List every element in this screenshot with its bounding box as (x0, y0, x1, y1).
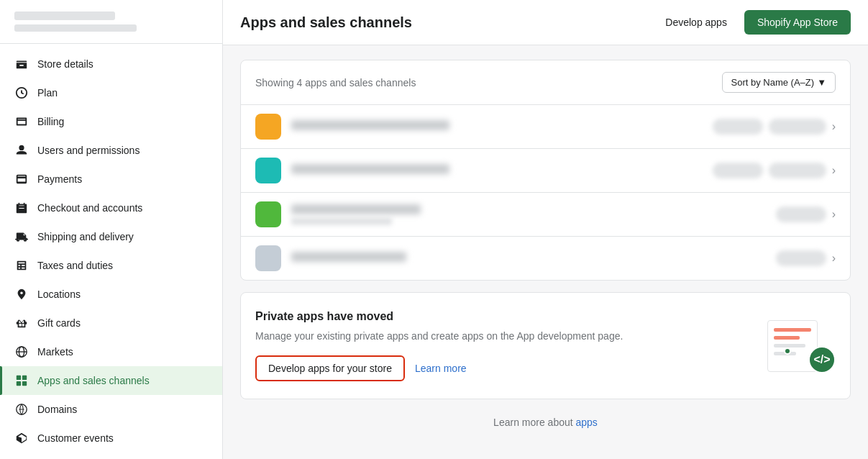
svg-rect-5 (17, 381, 21, 386)
app-name-2 (291, 164, 449, 174)
app-row[interactable]: › (241, 105, 850, 149)
private-apps-card: Private apps have moved Manage your exis… (240, 292, 851, 399)
app-actions-1: › (713, 119, 836, 135)
shopify-app-store-button[interactable]: Shopify App Store (744, 10, 851, 35)
users-icon (14, 143, 29, 158)
develop-store-button[interactable]: Develop apps for your store (255, 355, 405, 381)
app-info-1 (291, 120, 703, 133)
sidebar-label-taxes: Taxes and duties (37, 260, 113, 271)
private-apps-actions: Develop apps for your store Learn more (255, 355, 735, 381)
app-icon-3 (255, 201, 281, 227)
showing-count: Showing 4 apps and sales channels (255, 77, 416, 88)
shipping-icon (14, 230, 29, 244)
sidebar-item-domains[interactable]: Domains (0, 395, 222, 424)
sidebar-label-payments: Payments (37, 173, 82, 185)
store-icon (14, 57, 29, 71)
sidebar-item-locations[interactable]: Locations (0, 280, 222, 309)
sidebar-item-shipping[interactable]: Shipping and delivery (0, 222, 222, 251)
app-row[interactable]: › (241, 193, 850, 237)
svg-rect-3 (17, 376, 21, 380)
develop-apps-button[interactable]: Develop apps (657, 11, 736, 34)
sidebar-item-checkout[interactable]: Checkout and accounts (0, 194, 222, 222)
sidebar-label-shipping: Shipping and delivery (37, 231, 134, 242)
gift-icon (14, 316, 29, 330)
private-apps-content: Private apps have moved Manage your exis… (255, 310, 735, 381)
app-actions-3: › (776, 206, 836, 222)
sort-dropdown[interactable]: Sort by Name (A–Z) ▼ (722, 72, 836, 93)
store-info (0, 0, 222, 44)
doc-line-1 (774, 328, 811, 332)
sidebar-item-markets[interactable]: Markets (0, 337, 222, 366)
sidebar-label-plan: Plan (37, 87, 58, 99)
sidebar-item-store-details[interactable]: Store details (0, 50, 222, 78)
sidebar-item-payments[interactable]: Payments (0, 165, 222, 194)
illustration-connector-dot (784, 347, 791, 355)
app-row[interactable]: › (241, 149, 850, 193)
sidebar-label-checkout: Checkout and accounts (37, 202, 142, 214)
doc-line-3 (774, 344, 805, 347)
sidebar-label-events: Customer events (37, 432, 114, 444)
app-row[interactable]: › (241, 237, 850, 280)
app-icon-1 (255, 114, 281, 140)
apps-list-card: Showing 4 apps and sales channels Sort b… (240, 60, 851, 281)
app-actions-2: › (713, 163, 836, 178)
private-apps-description: Manage your existing private apps and cr… (255, 329, 735, 344)
private-apps-illustration: </> (749, 317, 836, 375)
sidebar-label-locations: Locations (37, 288, 81, 300)
app-chevron-icon-4[interactable]: › (832, 252, 836, 265)
store-name (14, 12, 115, 20)
sort-chevron-icon: ▼ (817, 77, 826, 88)
svg-rect-6 (22, 381, 27, 386)
app-info-4 (291, 252, 766, 265)
sidebar-item-plan[interactable]: Plan (0, 78, 222, 107)
footer-apps-link[interactable]: apps (576, 417, 598, 428)
app-tag2-2 (769, 163, 826, 178)
header-actions: Develop apps Shopify App Store (657, 10, 851, 35)
app-actions-4: › (776, 250, 836, 266)
sidebar-item-billing[interactable]: Billing (0, 107, 222, 136)
events-icon (14, 431, 29, 445)
sidebar-label-billing: Billing (37, 116, 64, 127)
page-title: Apps and sales channels (240, 14, 412, 31)
domains-icon (14, 402, 29, 417)
app-chevron-icon-2[interactable]: › (832, 164, 836, 177)
sidebar-label-markets: Markets (37, 346, 73, 358)
sidebar-item-taxes[interactable]: Taxes and duties (0, 251, 222, 280)
sidebar-label-users: Users and permissions (37, 145, 140, 156)
checkout-icon (14, 201, 29, 215)
app-name-3 (291, 204, 421, 214)
payments-icon (14, 172, 29, 186)
svg-rect-4 (22, 376, 27, 380)
app-chevron-icon-1[interactable]: › (832, 120, 836, 133)
sidebar-label-store-details: Store details (37, 58, 93, 70)
app-tag-4 (776, 250, 826, 266)
plan-icon (14, 86, 29, 100)
sidebar: Store details Plan Billing Users and per… (0, 0, 223, 459)
footer-text: Learn more about (493, 417, 575, 428)
sidebar-item-apps-sales-channels[interactable]: Apps and sales channels (0, 366, 222, 395)
app-tag-3 (776, 206, 826, 222)
billing-icon (14, 114, 29, 129)
footer-learn-more: Learn more about apps (240, 411, 851, 431)
markets-icon (14, 345, 29, 359)
app-info-2 (291, 164, 703, 177)
app-name-4 (291, 252, 406, 262)
sidebar-label-domains: Domains (37, 404, 77, 415)
sidebar-item-gift-cards[interactable]: Gift cards (0, 309, 222, 337)
private-apps-title: Private apps have moved (255, 310, 735, 323)
sidebar-label-apps: Apps and sales channels (37, 375, 150, 386)
app-name-1 (291, 120, 449, 130)
sidebar-item-users-permissions[interactable]: Users and permissions (0, 136, 222, 165)
store-url (14, 24, 137, 32)
main-header: Apps and sales channels Develop apps Sho… (223, 0, 868, 45)
app-chevron-icon-3[interactable]: › (832, 208, 836, 221)
app-tag2-1 (769, 119, 826, 135)
app-icon-2 (255, 158, 281, 183)
doc-line-2 (774, 336, 800, 340)
locations-icon (14, 287, 29, 301)
sidebar-item-customer-events[interactable]: Customer events (0, 424, 222, 453)
sort-label: Sort by Name (A–Z) (731, 77, 815, 88)
apps-list-header: Showing 4 apps and sales channels Sort b… (241, 60, 850, 105)
illustration-code-badge: </> (808, 346, 836, 373)
learn-more-link[interactable]: Learn more (415, 363, 467, 374)
